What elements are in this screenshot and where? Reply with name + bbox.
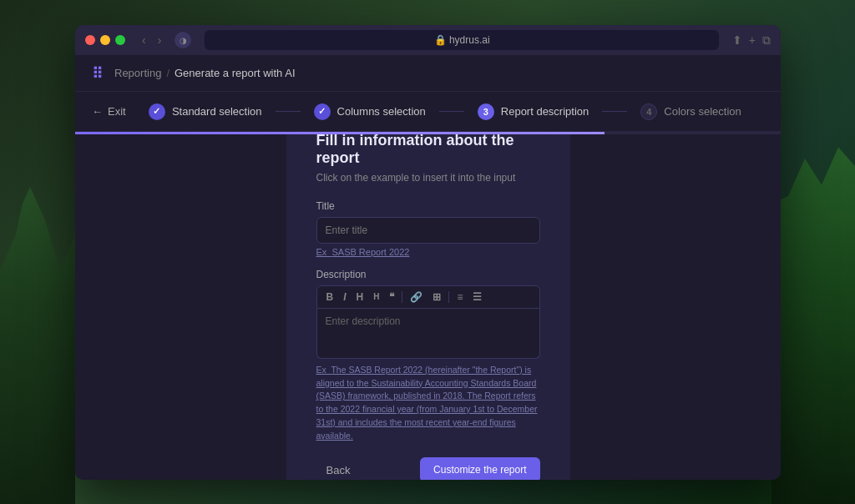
step-divider-1 (276, 111, 301, 112)
app-content: ⠿ Reporting / Generate a report with AI … (75, 55, 781, 480)
toolbar-link[interactable]: 🔗 (407, 291, 425, 303)
description-section: Description B I H H ❝ 🔗 ⊞ ≡ ☰ (316, 269, 540, 443)
breadcrumb: Reporting / Generate a report with AI (114, 67, 296, 79)
main-content: Fill in information about the report Cli… (75, 134, 781, 480)
top-nav: ⠿ Reporting / Generate a report with AI (75, 55, 781, 92)
step-report-description[interactable]: 3 Report description (464, 103, 603, 120)
toolbar-list-ordered[interactable]: ≡ (454, 291, 465, 303)
exit-button[interactable]: ← Exit (92, 105, 126, 118)
toolbar-bold[interactable]: B (324, 291, 336, 303)
step-4-icon: 4 (640, 103, 657, 120)
step-4-label: Colors selection (664, 105, 741, 118)
description-example-value: The SASB Report 2022 (hereinafter "the R… (316, 365, 538, 441)
toolbar-list-unordered[interactable]: ☰ (470, 291, 484, 303)
step-3-icon: 3 (478, 103, 494, 120)
progress-bar-fill (75, 132, 605, 134)
tabs-icon[interactable]: ⧉ (762, 33, 771, 48)
form-subtitle: Click on the example to insert it into t… (316, 172, 540, 184)
form-card: Fill in information about the report Cli… (286, 134, 570, 480)
toolbar-heading2[interactable]: H (371, 292, 382, 302)
share-icon[interactable]: ⬆ (732, 33, 742, 47)
toolbar-separator (402, 291, 402, 303)
toolbar-separator-2 (448, 291, 449, 303)
description-label: Description (316, 269, 540, 280)
form-actions: Back Customize the report (316, 457, 540, 480)
title-label: Title (316, 200, 540, 212)
exit-arrow-icon: ← (92, 105, 103, 118)
breadcrumb-parent[interactable]: Reporting (114, 67, 161, 79)
address-text: hydrus.ai (449, 34, 490, 46)
step-divider-3 (602, 111, 627, 112)
description-example-prefix: Ex (316, 365, 331, 375)
editor-toolbar: B I H H ❝ 🔗 ⊞ ≡ ☰ (316, 285, 540, 309)
step-2-label: Columns selection (337, 105, 426, 118)
close-button[interactable] (85, 35, 95, 45)
step-divider-2 (439, 111, 464, 112)
example-prefix: Ex (316, 247, 332, 257)
forward-nav-button[interactable]: › (154, 32, 165, 48)
exit-label: Exit (108, 105, 126, 118)
add-tab-icon[interactable]: + (749, 33, 756, 47)
steps-container: ✓ Standard selection ✓ Columns selection… (135, 103, 755, 120)
description-input[interactable]: Enter description (316, 309, 540, 359)
minimize-button[interactable] (100, 35, 110, 45)
step-3-label: Report description (501, 105, 589, 118)
step-2-icon: ✓ (314, 103, 331, 120)
app-logo: ⠿ (92, 64, 101, 83)
description-example[interactable]: Ex The SASB Report 2022 (hereinafter "th… (316, 364, 540, 443)
title-input[interactable] (316, 217, 540, 244)
toolbar-image[interactable]: ⊞ (430, 291, 443, 303)
form-title: Fill in information about the report (316, 134, 540, 167)
breadcrumb-separator: / (166, 67, 169, 79)
browser-chrome: ‹ › ◑ 🔒 hydrus.ai ⬆ + ⧉ (75, 25, 781, 55)
address-bar[interactable]: 🔒 hydrus.ai (205, 30, 718, 50)
customize-report-button[interactable]: Customize the report (420, 457, 539, 480)
browser-window: ‹ › ◑ 🔒 hydrus.ai ⬆ + ⧉ ⠿ Reporting / Ge… (75, 25, 781, 480)
traffic-lights (85, 35, 125, 45)
back-button[interactable]: Back (316, 459, 361, 480)
description-placeholder: Enter description (326, 315, 401, 327)
title-example-value: SASB Report 2022 (331, 247, 409, 257)
back-nav-button[interactable]: ‹ (139, 32, 149, 48)
breadcrumb-current: Generate a report with AI (175, 67, 296, 79)
toolbar-heading[interactable]: H (354, 291, 367, 303)
maximize-button[interactable] (115, 35, 125, 45)
step-columns-selection[interactable]: ✓ Columns selection (301, 103, 439, 120)
step-1-label: Standard selection (172, 105, 262, 118)
toolbar-italic[interactable]: I (341, 291, 348, 303)
step-1-icon: ✓ (149, 103, 165, 120)
step-bar: ← Exit ✓ Standard selection ✓ Columns se… (75, 92, 781, 132)
step-colors-selection: 4 Colors selection (627, 103, 755, 120)
title-example[interactable]: Ex SASB Report 2022 (316, 247, 540, 257)
progress-bar (75, 132, 781, 134)
browser-actions: ⬆ + ⧉ (732, 33, 771, 48)
step-standard-selection[interactable]: ✓ Standard selection (135, 103, 276, 120)
theme-toggle-button[interactable]: ◑ (175, 32, 191, 48)
browser-nav: ‹ › (139, 32, 164, 48)
toolbar-blockquote[interactable]: ❝ (387, 291, 397, 303)
lock-icon: 🔒 (434, 34, 447, 46)
